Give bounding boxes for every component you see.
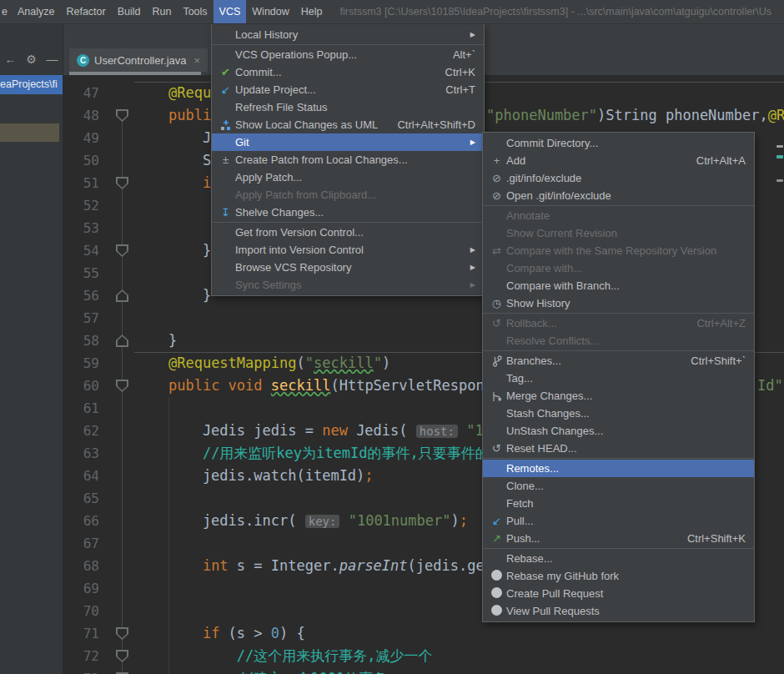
menu-item-commit-directory[interactable]: Commit Directory... [483, 134, 754, 152]
menu-item-rebase-my-github-fork[interactable]: Rebase my GitHub fork [483, 567, 754, 585]
line-number: 69 [63, 577, 111, 600]
line-number: 62 [63, 420, 111, 442]
fold-marker[interactable] [116, 289, 128, 302]
pull-arrow-icon: ↙ [487, 515, 506, 527]
code-line: 71 if (s > 0) { [63, 622, 784, 645]
menubar-item-build[interactable]: Build [112, 0, 147, 23]
menu-item-branches[interactable]: Branches...Ctrl+Shift+` [483, 352, 754, 370]
vcs-menu: Local History▶ VCS Operations Popup...Al… [211, 23, 485, 296]
menu-item-fetch[interactable]: Fetch [483, 495, 754, 512]
menu-item-shelve-changes[interactable]: ↧Shelve Changes... [212, 204, 484, 221]
menu-item-vcs-operations-popup[interactable]: VCS Operations Popup...Alt+` [212, 46, 484, 63]
project-tree-row[interactable] [0, 123, 59, 142]
menu-item-show-history[interactable]: ◷Show History [483, 294, 754, 312]
menubar-item-refactor[interactable]: Refactor [60, 0, 111, 23]
fold-marker[interactable] [116, 627, 128, 640]
line-number: 55 [63, 262, 111, 284]
clock-icon: ◷ [487, 297, 506, 309]
line-number: 47 [63, 82, 111, 104]
menubar-item-help[interactable]: Help [295, 0, 329, 23]
update-arrow-icon: ↙ [216, 83, 235, 96]
ide-window: e Analyze Refactor Build Run Tools VCS W… [0, 0, 784, 674]
line-number: 72 [63, 645, 111, 667]
tab-title: UserController.java [94, 54, 187, 67]
menu-item-sync-settings: Sync Settings▶ [212, 276, 484, 294]
menu-item-apply-patch-from-clipboard: Apply Patch from Clipboard... [212, 186, 484, 204]
menu-item-pull[interactable]: ↙Pull... [483, 512, 754, 530]
submenu-arrow-icon: ▶ [466, 246, 475, 254]
menubar-item-window[interactable]: Window [246, 0, 294, 23]
menu-item-stash-changes[interactable]: Stash Changes... [483, 405, 754, 422]
uml-icon [216, 118, 235, 131]
menu-item-get-from-version-control[interactable]: Get from Version Control... [212, 224, 484, 241]
menu-item-git[interactable]: Git▶ [212, 133, 484, 151]
menu-item-browse-vcs-repository[interactable]: Browse VCS Repository▶ [212, 259, 484, 276]
menu-item-show-current-revision: Show Current Revision [483, 224, 754, 242]
menu-item-create-patch[interactable]: ±Create Patch from Local Changes... [212, 151, 484, 168]
menu-item-push[interactable]: ↗Push...Ctrl+Shift+K [483, 530, 754, 547]
menu-item-apply-patch[interactable]: Apply Patch... [212, 168, 484, 186]
menu-item-open-git-info-exclude[interactable]: ⊘Open .git/info/exclude [483, 187, 754, 204]
menu-item-compare-same-repository: ⇄Compare with the Same Repository Versio… [483, 242, 754, 259]
line-number: 49 [63, 127, 111, 149]
menubar-item-run[interactable]: Run [146, 0, 177, 23]
close-icon[interactable]: × [194, 54, 201, 67]
menu-item-commit[interactable]: ✔Commit...Ctrl+K [212, 63, 484, 81]
fold-marker[interactable] [116, 244, 128, 257]
submenu-arrow-icon: ▶ [466, 138, 475, 146]
line-number: 68 [63, 555, 111, 577]
line-number: 61 [63, 397, 111, 420]
code-line: 72 //这个用来执行事务,减少一个 [63, 645, 784, 667]
menu-item-reset-head[interactable]: ↺Reset HEAD... [483, 440, 754, 457]
plus-icon: + [487, 154, 506, 167]
menu-item-clone[interactable]: Clone... [483, 477, 754, 495]
line-number: 73 [63, 667, 111, 674]
menu-item-resolve-conflicts: Resolve Conflicts... [483, 332, 754, 350]
menu-separator [483, 548, 754, 549]
menubar-item-partial[interactable]: e [0, 0, 12, 23]
menu-item-refresh-file-status[interactable]: Refresh File Status [212, 98, 484, 116]
line-number: 50 [63, 149, 111, 172]
menu-item-tag[interactable]: Tag... [483, 370, 754, 387]
github-icon [487, 570, 506, 583]
fold-marker[interactable] [116, 334, 128, 347]
project-tree-selected-row[interactable]: eaProjects\fi [0, 75, 63, 94]
fold-marker[interactable] [116, 109, 128, 122]
github-icon [487, 587, 506, 601]
menu-item-view-pull-requests[interactable]: View Pull Requests [483, 602, 754, 620]
menu-item-create-pull-request[interactable]: Create Pull Request [483, 585, 754, 602]
menubar-item-analyze[interactable]: Analyze [12, 0, 60, 23]
menu-separator [483, 313, 754, 314]
menu-item-compare-with-branch[interactable]: Compare with Branch... [483, 277, 754, 294]
line-number: 67 [63, 532, 111, 555]
line-number: 63 [63, 442, 111, 465]
back-arrow-icon[interactable]: ← [0, 53, 21, 66]
patch-icon: ± [216, 153, 235, 166]
menu-item-import-into-version-control[interactable]: Import into Version Control▶ [212, 241, 484, 259]
param-hint: host: [416, 425, 458, 438]
submenu-arrow-icon: ▶ [466, 264, 475, 271]
menu-item-update-project[interactable]: ↙Update Project...Ctrl+T [212, 81, 484, 98]
menu-item-git-info-exclude[interactable]: ⊘.git/info/exclude [483, 169, 754, 187]
menubar-item-vcs[interactable]: VCS [214, 0, 247, 23]
tab-usercontroller[interactable]: C UserController.java × [69, 48, 208, 72]
fold-marker[interactable] [116, 380, 128, 392]
menu-separator [212, 222, 484, 223]
menubar-item-tools[interactable]: Tools [177, 0, 213, 23]
fold-marker[interactable] [116, 177, 128, 189]
fold-marker[interactable] [116, 650, 128, 662]
code-line: 73 //建立一个1001的事务 [63, 667, 784, 674]
menu-item-merge-changes[interactable]: Merge Changes... [483, 387, 754, 405]
collapse-icon[interactable]: — [42, 53, 63, 66]
line-number: 48 [63, 104, 111, 127]
line-number: 56 [63, 284, 111, 307]
menu-item-rebase[interactable]: Rebase... [483, 550, 754, 567]
gear-icon[interactable]: ⚙ [21, 53, 42, 66]
menu-item-local-history[interactable]: Local History▶ [212, 26, 484, 43]
menu-item-remotes[interactable]: Remotes... [483, 460, 754, 477]
menu-item-show-local-changes-as-uml[interactable]: Show Local Changes as UMLCtrl+Alt+Shift+… [212, 116, 484, 133]
menu-item-add[interactable]: +AddCtrl+Alt+A [483, 152, 754, 169]
menu-separator [212, 44, 484, 45]
menu-item-unstash-changes[interactable]: UnStash Changes... [483, 422, 754, 440]
menu-item-compare-with: Compare with... [483, 259, 754, 277]
